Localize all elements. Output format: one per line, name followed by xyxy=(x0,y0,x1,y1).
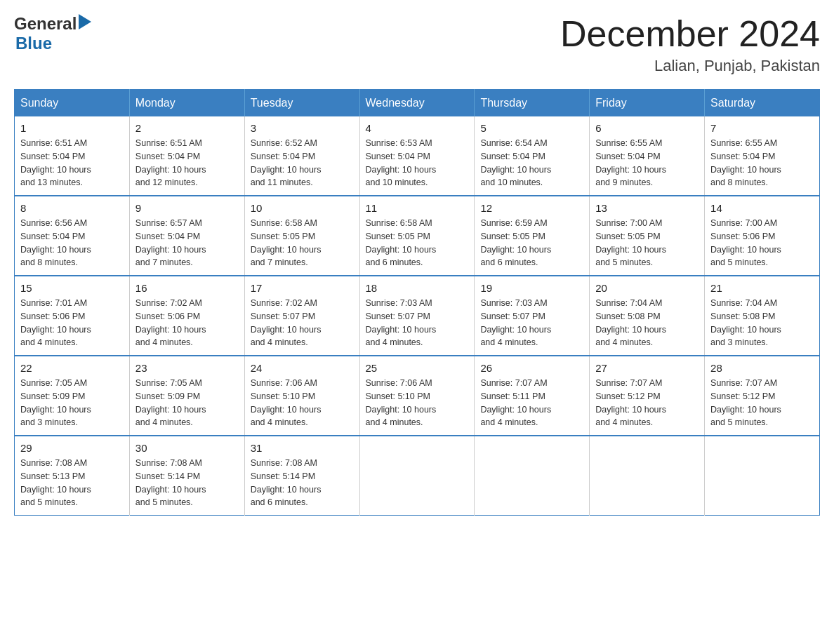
calendar-cell xyxy=(705,436,820,516)
calendar-cell: 20Sunrise: 7:04 AMSunset: 5:08 PMDayligh… xyxy=(590,276,705,356)
logo-general-text: General xyxy=(14,14,77,34)
calendar-cell: 14Sunrise: 7:00 AMSunset: 5:06 PMDayligh… xyxy=(705,196,820,276)
calendar-cell: 16Sunrise: 7:02 AMSunset: 5:06 PMDayligh… xyxy=(129,276,244,356)
calendar-cell: 3Sunrise: 6:52 AMSunset: 5:04 PMDaylight… xyxy=(244,116,359,196)
day-info: Sunrise: 7:07 AMSunset: 5:12 PMDaylight:… xyxy=(595,378,666,427)
logo-blue-text: Blue xyxy=(15,34,52,53)
calendar-header-row: Sunday Monday Tuesday Wednesday Thursday… xyxy=(15,90,820,117)
calendar-cell: 29Sunrise: 7:08 AMSunset: 5:13 PMDayligh… xyxy=(15,436,130,516)
day-number: 2 xyxy=(135,122,239,134)
col-sunday: Sunday xyxy=(15,90,130,117)
calendar-cell: 2Sunrise: 6:51 AMSunset: 5:04 PMDaylight… xyxy=(129,116,244,196)
day-number: 1 xyxy=(20,122,124,134)
day-number: 8 xyxy=(20,202,124,214)
calendar-cell: 13Sunrise: 7:00 AMSunset: 5:05 PMDayligh… xyxy=(590,196,705,276)
day-info: Sunrise: 7:04 AMSunset: 5:08 PMDaylight:… xyxy=(595,298,666,347)
day-number: 30 xyxy=(135,442,239,454)
calendar-cell: 10Sunrise: 6:58 AMSunset: 5:05 PMDayligh… xyxy=(244,196,359,276)
calendar-week-5: 29Sunrise: 7:08 AMSunset: 5:13 PMDayligh… xyxy=(15,436,820,516)
calendar-cell: 6Sunrise: 6:55 AMSunset: 5:04 PMDaylight… xyxy=(590,116,705,196)
day-info: Sunrise: 6:53 AMSunset: 5:04 PMDaylight:… xyxy=(366,138,437,187)
col-thursday: Thursday xyxy=(475,90,590,117)
calendar-cell: 11Sunrise: 6:58 AMSunset: 5:05 PMDayligh… xyxy=(359,196,475,276)
day-info: Sunrise: 6:58 AMSunset: 5:05 PMDaylight:… xyxy=(366,218,437,267)
day-number: 6 xyxy=(595,122,699,134)
day-info: Sunrise: 7:06 AMSunset: 5:10 PMDaylight:… xyxy=(251,378,322,427)
day-number: 15 xyxy=(20,282,124,294)
day-info: Sunrise: 7:03 AMSunset: 5:07 PMDaylight:… xyxy=(366,298,437,347)
day-number: 20 xyxy=(595,282,699,294)
day-number: 27 xyxy=(595,362,699,374)
day-number: 19 xyxy=(480,282,583,294)
calendar-cell: 26Sunrise: 7:07 AMSunset: 5:11 PMDayligh… xyxy=(475,356,590,436)
day-number: 16 xyxy=(135,282,239,294)
logo-triangle-icon xyxy=(79,14,91,29)
calendar-cell: 30Sunrise: 7:08 AMSunset: 5:14 PMDayligh… xyxy=(129,436,244,516)
day-info: Sunrise: 7:05 AMSunset: 5:09 PMDaylight:… xyxy=(135,378,206,427)
day-info: Sunrise: 6:55 AMSunset: 5:04 PMDaylight:… xyxy=(595,138,666,187)
calendar-cell: 7Sunrise: 6:55 AMSunset: 5:04 PMDaylight… xyxy=(705,116,820,196)
day-info: Sunrise: 6:58 AMSunset: 5:05 PMDaylight:… xyxy=(251,218,322,267)
day-info: Sunrise: 7:01 AMSunset: 5:06 PMDaylight:… xyxy=(20,298,91,347)
day-info: Sunrise: 7:08 AMSunset: 5:14 PMDaylight:… xyxy=(135,458,206,507)
day-number: 31 xyxy=(251,442,354,454)
day-info: Sunrise: 6:51 AMSunset: 5:04 PMDaylight:… xyxy=(20,138,91,187)
calendar-cell: 9Sunrise: 6:57 AMSunset: 5:04 PMDaylight… xyxy=(129,196,244,276)
day-number: 26 xyxy=(480,362,583,374)
calendar-cell: 5Sunrise: 6:54 AMSunset: 5:04 PMDaylight… xyxy=(475,116,590,196)
day-number: 18 xyxy=(366,282,469,294)
logo: General Blue xyxy=(14,14,91,53)
calendar-week-3: 15Sunrise: 7:01 AMSunset: 5:06 PMDayligh… xyxy=(15,276,820,356)
day-info: Sunrise: 7:04 AMSunset: 5:08 PMDaylight:… xyxy=(710,298,781,347)
main-title: December 2024 xyxy=(560,14,820,54)
title-section: December 2024 Lalian, Punjab, Pakistan xyxy=(560,14,820,75)
day-info: Sunrise: 7:03 AMSunset: 5:07 PMDaylight:… xyxy=(480,298,551,347)
subtitle: Lalian, Punjab, Pakistan xyxy=(560,57,820,75)
calendar-cell xyxy=(359,436,475,516)
calendar-cell: 8Sunrise: 6:56 AMSunset: 5:04 PMDaylight… xyxy=(15,196,130,276)
calendar-week-1: 1Sunrise: 6:51 AMSunset: 5:04 PMDaylight… xyxy=(15,116,820,196)
day-info: Sunrise: 7:08 AMSunset: 5:13 PMDaylight:… xyxy=(20,458,91,507)
col-monday: Monday xyxy=(129,90,244,117)
calendar-cell: 25Sunrise: 7:06 AMSunset: 5:10 PMDayligh… xyxy=(359,356,475,436)
calendar-cell xyxy=(590,436,705,516)
calendar-cell: 4Sunrise: 6:53 AMSunset: 5:04 PMDaylight… xyxy=(359,116,475,196)
day-number: 10 xyxy=(251,202,354,214)
col-wednesday: Wednesday xyxy=(359,90,475,117)
day-number: 29 xyxy=(20,442,124,454)
col-tuesday: Tuesday xyxy=(244,90,359,117)
page-header: General Blue December 2024 Lalian, Punja… xyxy=(14,14,820,75)
day-info: Sunrise: 7:00 AMSunset: 5:05 PMDaylight:… xyxy=(595,218,666,267)
day-info: Sunrise: 6:57 AMSunset: 5:04 PMDaylight:… xyxy=(135,218,206,267)
calendar-cell: 15Sunrise: 7:01 AMSunset: 5:06 PMDayligh… xyxy=(15,276,130,356)
day-info: Sunrise: 7:00 AMSunset: 5:06 PMDaylight:… xyxy=(710,218,781,267)
calendar-cell: 22Sunrise: 7:05 AMSunset: 5:09 PMDayligh… xyxy=(15,356,130,436)
day-number: 23 xyxy=(135,362,239,374)
day-info: Sunrise: 6:54 AMSunset: 5:04 PMDaylight:… xyxy=(480,138,551,187)
day-info: Sunrise: 7:08 AMSunset: 5:14 PMDaylight:… xyxy=(251,458,322,507)
calendar-cell xyxy=(475,436,590,516)
calendar-week-4: 22Sunrise: 7:05 AMSunset: 5:09 PMDayligh… xyxy=(15,356,820,436)
day-number: 24 xyxy=(251,362,354,374)
day-info: Sunrise: 7:05 AMSunset: 5:09 PMDaylight:… xyxy=(20,378,91,427)
day-number: 22 xyxy=(20,362,124,374)
day-info: Sunrise: 7:06 AMSunset: 5:10 PMDaylight:… xyxy=(366,378,437,427)
day-number: 5 xyxy=(480,122,583,134)
day-number: 21 xyxy=(710,282,814,294)
calendar-cell: 19Sunrise: 7:03 AMSunset: 5:07 PMDayligh… xyxy=(475,276,590,356)
day-number: 17 xyxy=(251,282,354,294)
day-number: 28 xyxy=(710,362,814,374)
calendar-cell: 28Sunrise: 7:07 AMSunset: 5:12 PMDayligh… xyxy=(705,356,820,436)
day-info: Sunrise: 6:59 AMSunset: 5:05 PMDaylight:… xyxy=(480,218,551,267)
day-number: 3 xyxy=(251,122,354,134)
calendar-table: Sunday Monday Tuesday Wednesday Thursday… xyxy=(14,89,820,516)
day-info: Sunrise: 7:07 AMSunset: 5:12 PMDaylight:… xyxy=(710,378,781,427)
day-info: Sunrise: 7:02 AMSunset: 5:07 PMDaylight:… xyxy=(251,298,322,347)
day-info: Sunrise: 7:07 AMSunset: 5:11 PMDaylight:… xyxy=(480,378,551,427)
day-info: Sunrise: 6:56 AMSunset: 5:04 PMDaylight:… xyxy=(20,218,91,267)
calendar-cell: 24Sunrise: 7:06 AMSunset: 5:10 PMDayligh… xyxy=(244,356,359,436)
calendar-week-2: 8Sunrise: 6:56 AMSunset: 5:04 PMDaylight… xyxy=(15,196,820,276)
day-number: 14 xyxy=(710,202,814,214)
calendar-cell: 18Sunrise: 7:03 AMSunset: 5:07 PMDayligh… xyxy=(359,276,475,356)
calendar-cell: 27Sunrise: 7:07 AMSunset: 5:12 PMDayligh… xyxy=(590,356,705,436)
